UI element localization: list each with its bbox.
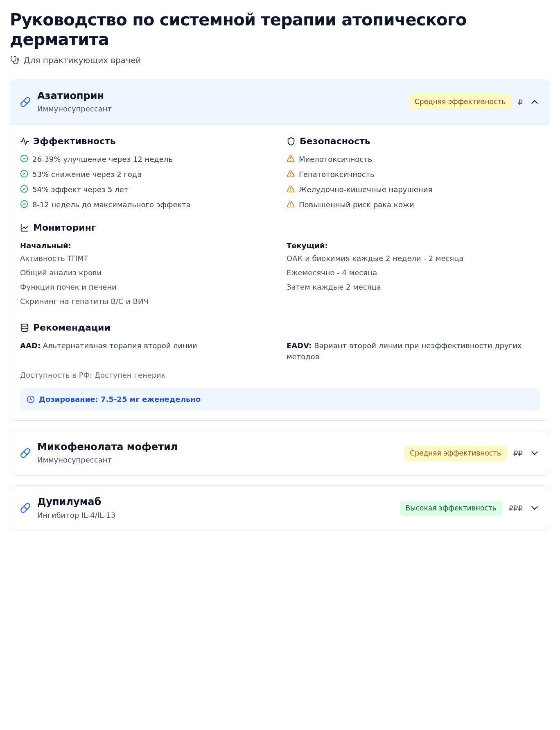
monitoring-heading-text: Мониторинг: [33, 221, 96, 234]
recommendations-heading-text: Рекомендации: [33, 321, 111, 334]
alert-triangle-icon: [287, 200, 295, 208]
efficacy-item: 54% эффект через 5 лет: [20, 184, 273, 195]
efficacy-badge: Средняя эффективность: [404, 446, 507, 461]
check-circle-icon: [20, 185, 28, 193]
safety-item: Желудочно-кишечные нарушения: [287, 184, 540, 195]
availability: Доступность в РФ: Доступен генерик: [20, 370, 540, 381]
pill-icon: [20, 503, 31, 513]
page-subtitle-text: Для практикующих врачей: [24, 54, 141, 66]
activity-icon: [20, 137, 29, 146]
recommendations-heading: Рекомендации: [20, 321, 540, 334]
alert-triangle-icon: [287, 185, 295, 193]
drug-card: Микофенолата мофетил Иммуносупрессант Ср…: [10, 431, 550, 476]
drug-name: Микофенолата мофетил: [37, 441, 397, 453]
safety-text: Повышенный риск рака кожи: [299, 199, 414, 210]
cost-indicator: ₽₽: [513, 448, 523, 459]
monitoring-initial-item: Активность ТПМТ: [20, 253, 273, 264]
safety-item: Гепатотоксичность: [287, 169, 540, 180]
drug-card-toggle[interactable]: Азатиоприн Иммуносупрессант Средняя эффе…: [10, 80, 550, 125]
monitoring-ongoing-item: Ежемесячно - 4 месяца: [287, 267, 540, 278]
efficacy-badge: Средняя эффективность: [409, 94, 512, 110]
drug-card-toggle[interactable]: Микофенолата мофетил Иммуносупрессант Ср…: [10, 431, 550, 475]
drug-card-toggle[interactable]: Дупилумаб Ингибитор IL-4/IL-13 Высокая э…: [10, 486, 550, 530]
monitoring-initial-label: Начальный:: [20, 240, 273, 251]
monitoring-initial-item: Скрининг на гепатиты B/C и ВИЧ: [20, 296, 273, 307]
alert-triangle-icon: [287, 154, 295, 163]
monitoring-ongoing-item: ОАК и биохимия каждые 2 недели - 2 месяц…: [287, 253, 540, 264]
check-circle-icon: [20, 154, 28, 163]
drug-name: Азатиоприн: [37, 90, 402, 102]
pill-icon: [20, 448, 31, 458]
safety-text: Гепатотоксичность: [299, 169, 375, 180]
efficacy-text: 8-12 недель до максимального эффекта: [32, 199, 191, 210]
line-chart-icon: [20, 223, 29, 232]
alert-triangle-icon: [287, 170, 295, 178]
efficacy-heading-text: Эффективность: [33, 134, 116, 148]
check-circle-icon: [20, 170, 28, 178]
drug-card: Азатиоприн Иммуносупрессант Средняя эффе…: [10, 79, 550, 421]
clock-icon: [27, 395, 35, 404]
monitoring-initial-item: Общий анализ крови: [20, 267, 273, 278]
chevron-down-icon: [529, 448, 540, 458]
drug-class: Иммуносупрессант: [37, 454, 397, 465]
page-title: Руководство по системной терапии атопиче…: [10, 10, 550, 49]
efficacy-item: 26-39% улучшение через 12 недель: [20, 154, 273, 165]
cost-indicator: ₽₽₽: [509, 503, 523, 514]
monitoring-heading: Мониторинг: [20, 221, 540, 234]
drug-class: Ингибитор IL-4/IL-13: [37, 510, 393, 521]
safety-heading: Безопасность: [287, 134, 540, 148]
safety-heading-text: Безопасность: [300, 134, 370, 148]
safety-text: Желудочно-кишечные нарушения: [299, 184, 432, 195]
safety-text: Миелотоксичность: [299, 154, 372, 165]
efficacy-heading: Эффективность: [20, 134, 273, 148]
recommendation-eadv: EADV: Вариант второй линии при неэффекти…: [287, 340, 540, 362]
page-subtitle: Для практикующих врачей: [10, 54, 550, 66]
efficacy-item: 53% снижение через 2 года: [20, 169, 273, 180]
monitoring-ongoing-label: Текущий:: [287, 240, 540, 251]
chevron-down-icon: [529, 503, 540, 513]
efficacy-badge: Высокая эффективность: [400, 501, 502, 516]
chevron-up-icon: [529, 97, 540, 107]
database-icon: [20, 323, 29, 332]
drug-card-body: Эффективность 26-39% улучшение через 12 …: [10, 125, 550, 420]
monitoring-ongoing-item: Затем каждые 2 месяца: [287, 281, 540, 292]
efficacy-text: 26-39% улучшение через 12 недель: [32, 154, 173, 165]
shield-icon: [287, 137, 296, 146]
efficacy-text: 54% эффект через 5 лет: [32, 184, 128, 195]
efficacy-text: 53% снижение через 2 года: [32, 169, 142, 180]
drug-name: Дупилумаб: [37, 496, 393, 508]
cost-indicator: ₽: [518, 97, 523, 108]
safety-item: Миелотоксичность: [287, 154, 540, 165]
pill-icon: [20, 97, 31, 107]
drug-class: Иммуносупрессант: [37, 103, 402, 114]
recommendation-aad: AAD: Альтернативная терапия второй линии: [20, 340, 273, 362]
stethoscope-icon: [10, 55, 20, 65]
drug-card: Дупилумаб Ингибитор IL-4/IL-13 Высокая э…: [10, 485, 550, 530]
monitoring-initial-item: Функция почек и печени: [20, 281, 273, 292]
efficacy-item: 8-12 недель до максимального эффекта: [20, 199, 273, 210]
safety-item: Повышенный риск рака кожи: [287, 199, 540, 210]
check-circle-icon: [20, 200, 28, 208]
dosing-box: Дозирование: 7.5-25 мг еженедельно: [20, 388, 540, 410]
